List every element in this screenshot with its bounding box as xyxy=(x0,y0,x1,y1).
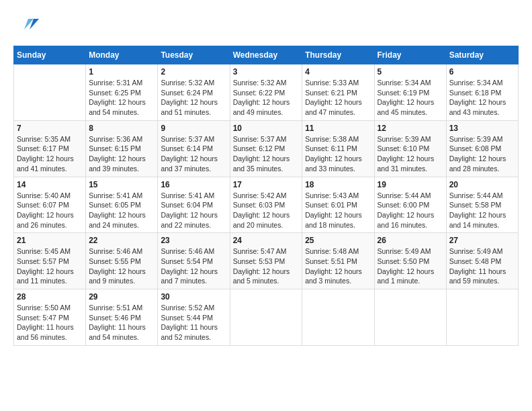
calendar-cell: 6Sunrise: 5:34 AMSunset: 6:18 PMDaylight… xyxy=(446,64,518,121)
day-info: Sunrise: 5:49 AMSunset: 5:48 PMDaylight:… xyxy=(449,246,515,286)
calendar-cell: 25Sunrise: 5:48 AMSunset: 5:51 PMDayligh… xyxy=(302,233,374,289)
day-number: 19 xyxy=(378,180,443,189)
day-info: Sunrise: 5:42 AMSunset: 6:03 PMDaylight:… xyxy=(233,191,300,230)
day-info: Sunrise: 5:50 AMSunset: 5:47 PMDaylight:… xyxy=(17,303,83,342)
day-number: 24 xyxy=(233,236,300,245)
day-info: Sunrise: 5:36 AMSunset: 6:15 PMDaylight:… xyxy=(89,134,154,174)
day-info: Sunrise: 5:37 AMSunset: 6:14 PMDaylight:… xyxy=(161,134,226,174)
day-info: Sunrise: 5:39 AMSunset: 6:10 PMDaylight:… xyxy=(378,134,443,174)
calendar-cell: 1Sunrise: 5:31 AMSunset: 6:25 PMDaylight… xyxy=(86,64,158,121)
day-number: 18 xyxy=(305,180,371,189)
calendar-cell: 14Sunrise: 5:40 AMSunset: 6:07 PMDayligh… xyxy=(14,177,86,233)
day-number: 26 xyxy=(378,236,443,245)
calendar-week-row: 7Sunrise: 5:35 AMSunset: 6:17 PMDaylight… xyxy=(14,120,519,177)
calendar-cell: 27Sunrise: 5:49 AMSunset: 5:48 PMDayligh… xyxy=(446,233,518,289)
calendar-cell: 4Sunrise: 5:33 AMSunset: 6:21 PMDaylight… xyxy=(302,64,374,121)
day-number: 3 xyxy=(233,67,300,77)
day-info: Sunrise: 5:39 AMSunset: 6:08 PMDaylight:… xyxy=(449,134,515,174)
calendar-cell: 7Sunrise: 5:35 AMSunset: 6:17 PMDaylight… xyxy=(14,120,86,177)
page-header xyxy=(13,13,519,39)
day-info: Sunrise: 5:32 AMSunset: 6:24 PMDaylight:… xyxy=(161,78,226,118)
day-number: 25 xyxy=(305,236,371,245)
day-info: Sunrise: 5:51 AMSunset: 5:46 PMDaylight:… xyxy=(89,303,154,342)
day-number: 6 xyxy=(449,67,515,77)
calendar-cell: 13Sunrise: 5:39 AMSunset: 6:08 PMDayligh… xyxy=(446,120,518,177)
calendar-cell: 29Sunrise: 5:51 AMSunset: 5:46 PMDayligh… xyxy=(86,289,158,346)
day-number: 9 xyxy=(161,124,226,133)
calendar-cell xyxy=(302,289,374,346)
day-info: Sunrise: 5:33 AMSunset: 6:21 PMDaylight:… xyxy=(305,78,371,118)
day-info: Sunrise: 5:46 AMSunset: 5:55 PMDaylight:… xyxy=(89,246,154,286)
calendar-cell: 22Sunrise: 5:46 AMSunset: 5:55 PMDayligh… xyxy=(86,233,158,289)
logo-icon xyxy=(13,13,39,39)
calendar-cell xyxy=(230,289,302,346)
day-number: 14 xyxy=(17,180,83,189)
day-number: 7 xyxy=(17,124,83,133)
calendar-cell: 3Sunrise: 5:32 AMSunset: 6:22 PMDaylight… xyxy=(230,64,302,121)
day-info: Sunrise: 5:38 AMSunset: 6:11 PMDaylight:… xyxy=(305,134,371,174)
calendar-cell: 5Sunrise: 5:34 AMSunset: 6:19 PMDaylight… xyxy=(374,64,446,121)
day-info: Sunrise: 5:32 AMSunset: 6:22 PMDaylight:… xyxy=(233,78,300,118)
day-number: 23 xyxy=(161,236,226,245)
weekday-header-friday: Friday xyxy=(374,46,446,64)
day-number: 8 xyxy=(89,124,154,133)
day-number: 1 xyxy=(89,67,154,77)
calendar-cell: 15Sunrise: 5:41 AMSunset: 6:05 PMDayligh… xyxy=(86,177,158,233)
calendar-cell xyxy=(374,289,446,346)
calendar-cell: 21Sunrise: 5:45 AMSunset: 5:57 PMDayligh… xyxy=(14,233,86,289)
logo xyxy=(13,13,39,39)
day-number: 10 xyxy=(233,124,300,133)
calendar-cell: 10Sunrise: 5:37 AMSunset: 6:12 PMDayligh… xyxy=(230,120,302,177)
day-number: 20 xyxy=(449,180,515,189)
day-info: Sunrise: 5:48 AMSunset: 5:51 PMDaylight:… xyxy=(305,246,371,286)
calendar-cell: 28Sunrise: 5:50 AMSunset: 5:47 PMDayligh… xyxy=(14,289,86,346)
calendar-cell: 18Sunrise: 5:43 AMSunset: 6:01 PMDayligh… xyxy=(302,177,374,233)
day-number: 2 xyxy=(161,67,226,77)
calendar-cell xyxy=(446,289,518,346)
day-info: Sunrise: 5:47 AMSunset: 5:53 PMDaylight:… xyxy=(233,246,300,286)
day-number: 15 xyxy=(89,180,154,189)
calendar-week-row: 28Sunrise: 5:50 AMSunset: 5:47 PMDayligh… xyxy=(14,289,519,346)
calendar-cell: 26Sunrise: 5:49 AMSunset: 5:50 PMDayligh… xyxy=(374,233,446,289)
day-info: Sunrise: 5:34 AMSunset: 6:19 PMDaylight:… xyxy=(378,78,443,118)
weekday-header-monday: Monday xyxy=(86,46,158,64)
day-number: 11 xyxy=(305,124,371,133)
day-info: Sunrise: 5:37 AMSunset: 6:12 PMDaylight:… xyxy=(233,134,300,174)
calendar-cell: 24Sunrise: 5:47 AMSunset: 5:53 PMDayligh… xyxy=(230,233,302,289)
day-info: Sunrise: 5:35 AMSunset: 6:17 PMDaylight:… xyxy=(17,134,83,174)
day-number: 13 xyxy=(449,124,515,133)
weekday-header-tuesday: Tuesday xyxy=(158,46,230,64)
weekday-header-row: SundayMondayTuesdayWednesdayThursdayFrid… xyxy=(14,46,519,64)
day-number: 4 xyxy=(305,67,371,77)
day-info: Sunrise: 5:44 AMSunset: 6:00 PMDaylight:… xyxy=(378,191,443,230)
calendar-cell xyxy=(14,64,86,121)
weekday-header-wednesday: Wednesday xyxy=(230,46,302,64)
day-number: 16 xyxy=(161,180,226,189)
day-number: 28 xyxy=(17,292,83,302)
day-info: Sunrise: 5:40 AMSunset: 6:07 PMDaylight:… xyxy=(17,191,83,230)
weekday-header-sunday: Sunday xyxy=(14,46,86,64)
calendar-cell: 30Sunrise: 5:52 AMSunset: 5:44 PMDayligh… xyxy=(158,289,230,346)
day-info: Sunrise: 5:46 AMSunset: 5:54 PMDaylight:… xyxy=(161,246,226,286)
calendar-cell: 2Sunrise: 5:32 AMSunset: 6:24 PMDaylight… xyxy=(158,64,230,121)
calendar-week-row: 21Sunrise: 5:45 AMSunset: 5:57 PMDayligh… xyxy=(14,233,519,289)
day-number: 12 xyxy=(378,124,443,133)
calendar-cell: 17Sunrise: 5:42 AMSunset: 6:03 PMDayligh… xyxy=(230,177,302,233)
calendar-cell: 16Sunrise: 5:41 AMSunset: 6:04 PMDayligh… xyxy=(158,177,230,233)
calendar-cell: 12Sunrise: 5:39 AMSunset: 6:10 PMDayligh… xyxy=(374,120,446,177)
calendar-cell: 8Sunrise: 5:36 AMSunset: 6:15 PMDaylight… xyxy=(86,120,158,177)
day-number: 29 xyxy=(89,292,154,302)
day-info: Sunrise: 5:43 AMSunset: 6:01 PMDaylight:… xyxy=(305,191,371,230)
day-number: 27 xyxy=(449,236,515,245)
weekday-header-saturday: Saturday xyxy=(446,46,518,64)
day-number: 30 xyxy=(161,292,226,302)
day-info: Sunrise: 5:34 AMSunset: 6:18 PMDaylight:… xyxy=(449,78,515,118)
calendar-cell: 9Sunrise: 5:37 AMSunset: 6:14 PMDaylight… xyxy=(158,120,230,177)
day-info: Sunrise: 5:44 AMSunset: 5:58 PMDaylight:… xyxy=(449,191,515,230)
day-info: Sunrise: 5:49 AMSunset: 5:50 PMDaylight:… xyxy=(378,246,443,286)
calendar-table: SundayMondayTuesdayWednesdayThursdayFrid… xyxy=(13,46,519,346)
day-info: Sunrise: 5:41 AMSunset: 6:04 PMDaylight:… xyxy=(161,191,226,230)
day-number: 5 xyxy=(378,67,443,77)
day-number: 22 xyxy=(89,236,154,245)
day-info: Sunrise: 5:41 AMSunset: 6:05 PMDaylight:… xyxy=(89,191,154,230)
